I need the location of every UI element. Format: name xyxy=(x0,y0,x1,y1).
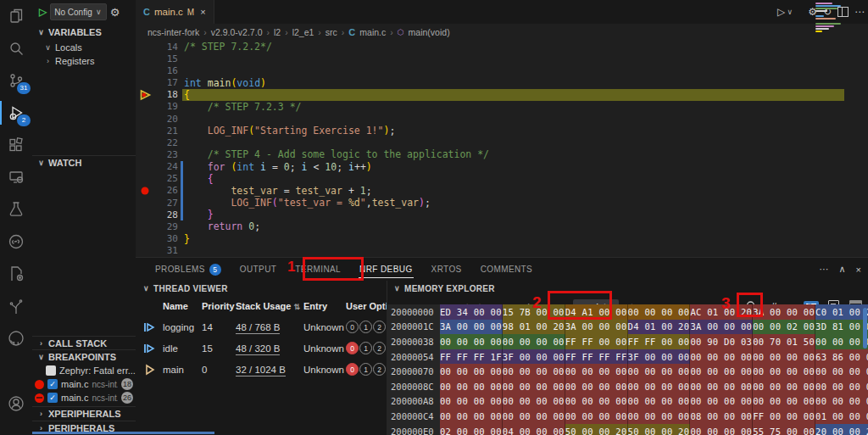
tab-terminal[interactable]: TERMINAL xyxy=(286,258,350,281)
memory-address[interactable]: 20000070 xyxy=(387,364,440,379)
run-debug-icon[interactable]: 2 xyxy=(0,97,32,129)
user-option-0[interactable]: 0 xyxy=(346,321,359,333)
memory-word[interactable]: FF FF FF FF xyxy=(565,349,628,365)
tab-output[interactable]: OUTPUT xyxy=(231,258,287,281)
code-line[interactable]: 21 LOG_INF("Starting Exercise 1!"); xyxy=(136,125,868,137)
more-actions-icon[interactable]: ⋯ xyxy=(854,6,865,18)
test-beaker-icon[interactable] xyxy=(0,193,32,226)
memory-address[interactable]: 200000A8 xyxy=(387,394,440,410)
code-line[interactable]: 20 xyxy=(136,113,868,125)
col-name[interactable]: Name xyxy=(163,301,202,311)
memory-word[interactable]: 01 00 00 00 xyxy=(815,409,868,424)
memory-word[interactable]: 00 00 00 00 xyxy=(690,364,753,379)
memory-address[interactable]: 20000054 xyxy=(387,349,440,365)
linked-circle-icon[interactable] xyxy=(0,226,32,258)
memory-word[interactable]: 00 00 00 00 xyxy=(440,364,503,379)
memory-address[interactable]: 20000038 xyxy=(387,334,440,349)
memory-word[interactable]: 04 00 00 00 xyxy=(503,424,565,435)
code-area[interactable]: 14/* STEP 7.2.2*/151617int main(void)18{… xyxy=(136,41,868,257)
memory-address[interactable]: 200000E0 xyxy=(387,424,440,435)
memory-word[interactable]: ED 34 00 00 xyxy=(440,304,503,320)
section-variables[interactable]: ∨VARIABLES xyxy=(32,25,136,39)
thread-row[interactable]: main032 / 1024 BUnknown0123 xyxy=(136,359,387,380)
memory-word[interactable]: 3A 00 00 00 xyxy=(565,320,628,335)
current-statement-breakpoint-icon[interactable] xyxy=(136,89,154,101)
search-icon[interactable] xyxy=(0,32,32,64)
memory-word[interactable]: 00 00 00 00 xyxy=(753,394,815,410)
breadcrumb-item[interactable]: l2 xyxy=(274,27,281,37)
memory-word[interactable]: 00 00 00 00 xyxy=(690,424,753,435)
tab-nrf-debug[interactable]: NRF DEBUG xyxy=(350,258,422,281)
tree-item-registers[interactable]: ›Registers xyxy=(32,54,136,68)
debug-config-dropdown[interactable]: No Config∨ xyxy=(50,3,106,20)
memory-word[interactable]: 00 00 00 00 xyxy=(565,409,628,424)
breakpoint-icon[interactable] xyxy=(136,185,154,197)
breadcrumb-item[interactable]: v2.9.0-v2.7.0 xyxy=(211,27,263,37)
more-actions-icon[interactable]: ⋯ xyxy=(820,264,829,275)
remote-explorer-icon[interactable] xyxy=(0,161,32,193)
memory-word[interactable]: C0 01 00 20 xyxy=(815,304,868,320)
col-entry[interactable]: Entry xyxy=(303,301,346,311)
code-line[interactable]: 14/* STEP 7.2.2*/ xyxy=(136,41,868,53)
memory-word[interactable]: 00 00 00 00 xyxy=(503,364,565,379)
memory-word[interactable]: 98 01 00 20 xyxy=(503,320,565,335)
memory-address[interactable]: 20000000 xyxy=(387,304,440,320)
memory-word[interactable]: 00 00 00 00 xyxy=(440,379,503,394)
memory-word[interactable]: 00 90 D0 03 xyxy=(690,334,753,349)
memory-word[interactable]: 00 00 00 00 xyxy=(565,379,628,394)
memory-word[interactable]: 02 00 00 00 xyxy=(440,424,503,435)
breadcrumb-item[interactable]: main.c xyxy=(359,27,386,37)
code-line[interactable]: 22 xyxy=(136,137,868,148)
memory-word[interactable]: 3F 00 00 00 xyxy=(628,349,691,365)
col-stack-usage[interactable]: Stack Usage ⇅ xyxy=(236,301,303,311)
code-line[interactable]: 26 test_var = test_var + 1; xyxy=(136,185,868,197)
memory-word[interactable]: 20 00 00 20 xyxy=(815,424,868,435)
tree-item-locals[interactable]: ∨Locals xyxy=(32,41,136,54)
memory-word[interactable]: 00 00 00 00 xyxy=(503,394,565,410)
memory-word[interactable]: 00 00 00 00 xyxy=(815,379,868,394)
memory-grid[interactable]: 20000000ED 34 00 0015 7B 00 00D4 A1 00 0… xyxy=(387,304,868,435)
memory-word[interactable]: D4 01 00 20 xyxy=(628,320,691,335)
thread-row[interactable]: idle1548 / 320 BUnknown0123 xyxy=(136,337,387,359)
memory-word[interactable]: 3F 00 00 00 xyxy=(503,349,565,365)
user-option-2[interactable]: 2 xyxy=(373,342,386,354)
memory-word[interactable]: 50 00 00 20 xyxy=(628,424,691,435)
code-line[interactable]: 30} xyxy=(136,233,868,245)
memory-word[interactable]: 00 00 00 00 xyxy=(565,364,628,379)
memory-word[interactable]: 00 00 00 00 xyxy=(628,364,691,379)
breakpoint-item-zephyr[interactable]: Zephyr: Fatal err... xyxy=(32,364,136,377)
breadcrumb-item[interactable]: src xyxy=(326,27,337,37)
section-breakpoints[interactable]: ∨BREAKPOINTS xyxy=(32,349,136,364)
tab-xrtos[interactable]: XRTOS xyxy=(422,258,471,281)
memory-word[interactable]: 00 00 00 00 xyxy=(440,334,503,349)
code-line[interactable]: 19 /* STEP 7.2.3 */ xyxy=(136,101,868,113)
user-option-1[interactable]: 1 xyxy=(359,363,372,376)
section-watch[interactable]: ∨WATCH xyxy=(32,155,136,170)
nrf-kconfig-icon[interactable] xyxy=(0,290,32,322)
memory-word[interactable]: 00 00 00 00 xyxy=(815,334,868,349)
memory-word[interactable]: 00 00 00 00 xyxy=(503,379,565,394)
user-option-1[interactable]: 1 xyxy=(359,321,372,333)
memory-word[interactable]: 00 00 00 00 xyxy=(565,394,628,410)
tab-main-c[interactable]: C main.c M × xyxy=(136,0,214,24)
memory-word[interactable]: 3A 00 00 00 xyxy=(690,320,753,335)
memory-word[interactable]: FF FF FF 1F xyxy=(440,349,503,365)
code-line[interactable]: 16 xyxy=(136,64,868,76)
tab-problems[interactable]: PROBLEMS5 xyxy=(146,258,231,281)
code-line[interactable]: 23 /* STEP 4 - Add some logic to the app… xyxy=(136,148,868,160)
code-line[interactable]: 18{ xyxy=(136,89,868,101)
extensions-icon[interactable] xyxy=(0,129,32,161)
memory-explorer-header[interactable]: ∨MEMORY EXPLORER xyxy=(387,281,868,296)
memory-word[interactable]: FF FF 00 00 xyxy=(628,334,691,349)
col-priority[interactable]: Priority xyxy=(202,301,236,311)
memory-word[interactable]: 00 00 00 00 xyxy=(628,379,691,394)
file-settings-icon[interactable] xyxy=(0,258,32,290)
memory-word[interactable]: 00 00 00 00 xyxy=(753,349,815,365)
memory-word[interactable]: 00 00 00 00 xyxy=(690,394,753,410)
code-line[interactable]: 17int main(void) xyxy=(136,76,868,88)
checkbox-checked[interactable]: ✓ xyxy=(47,379,58,389)
memory-word[interactable]: 00 00 00 00 xyxy=(815,364,868,379)
memory-word[interactable]: 63 86 00 00 xyxy=(815,349,868,365)
debug-settings-gear-icon[interactable]: ⚙ xyxy=(110,6,120,19)
debug-run-icon[interactable]: ▷∨ xyxy=(777,6,793,18)
